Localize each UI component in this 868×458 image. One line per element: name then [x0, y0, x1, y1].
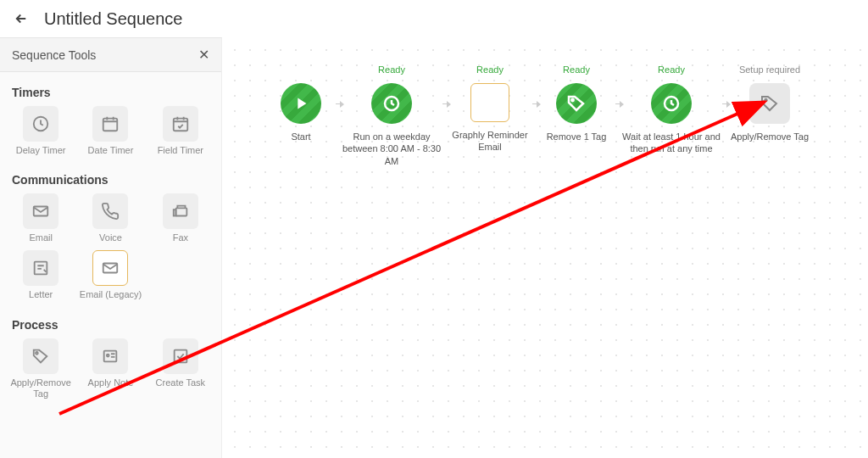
sidebar-title: Sequence Tools — [12, 48, 96, 62]
svg-rect-5 — [174, 209, 176, 215]
phone-icon — [92, 193, 128, 229]
timer-node[interactable] — [371, 83, 412, 124]
calendar-check-icon — [163, 106, 198, 142]
timers-section-title: Timers — [12, 86, 209, 99]
field-timer-tool[interactable]: Field Timer — [148, 106, 213, 156]
svg-point-13 — [571, 99, 573, 101]
wait-node[interactable] — [651, 83, 692, 124]
letter-tool[interactable]: Letter — [8, 250, 73, 300]
check-icon — [163, 338, 198, 374]
start-node[interactable] — [281, 83, 321, 124]
clock-icon — [23, 106, 58, 142]
email-node[interactable] — [470, 83, 509, 122]
calendar-icon — [92, 106, 128, 142]
svg-rect-1 — [103, 119, 118, 131]
apply-remove-tag-tool[interactable]: Apply/Remove Tag — [8, 338, 73, 399]
svg-point-8 — [36, 352, 38, 355]
back-button[interactable] — [12, 9, 31, 28]
svg-rect-11 — [174, 349, 186, 362]
svg-rect-2 — [174, 119, 188, 131]
letter-icon — [23, 250, 58, 286]
apply-note-tool[interactable]: Apply Note — [78, 338, 142, 399]
apply-remove-tag-node[interactable] — [749, 83, 790, 124]
process-section-title: Process — [12, 318, 209, 332]
date-timer-tool[interactable]: Date Timer — [78, 106, 142, 156]
delay-timer-tool[interactable]: Delay Timer — [8, 106, 73, 156]
email-legacy-tool[interactable]: Email (Legacy) — [78, 250, 142, 300]
communications-section-title: Communications — [12, 173, 209, 187]
fax-icon — [163, 193, 198, 229]
voice-tool[interactable]: Voice — [78, 193, 142, 243]
svg-rect-4 — [175, 209, 186, 216]
email-tool[interactable]: Email — [8, 193, 73, 243]
envelope-icon — [23, 193, 58, 229]
remove-tag-node[interactable] — [556, 83, 597, 124]
svg-point-15 — [765, 99, 766, 101]
close-icon[interactable]: ✕ — [198, 47, 209, 63]
sequence-canvas[interactable]: Start Ready Run on a weekday between 8:0… — [222, 37, 868, 458]
create-task-tool[interactable]: Create Task — [148, 338, 213, 399]
fax-tool[interactable]: Fax — [148, 193, 213, 243]
note-icon — [92, 338, 128, 374]
page-title: Untitled Sequence — [44, 9, 182, 29]
envelope-icon — [92, 250, 128, 286]
tag-icon — [23, 338, 58, 374]
svg-point-10 — [107, 354, 109, 356]
sequence-tools-panel: Sequence Tools ✕ Timers Delay Timer Date… — [0, 37, 222, 458]
